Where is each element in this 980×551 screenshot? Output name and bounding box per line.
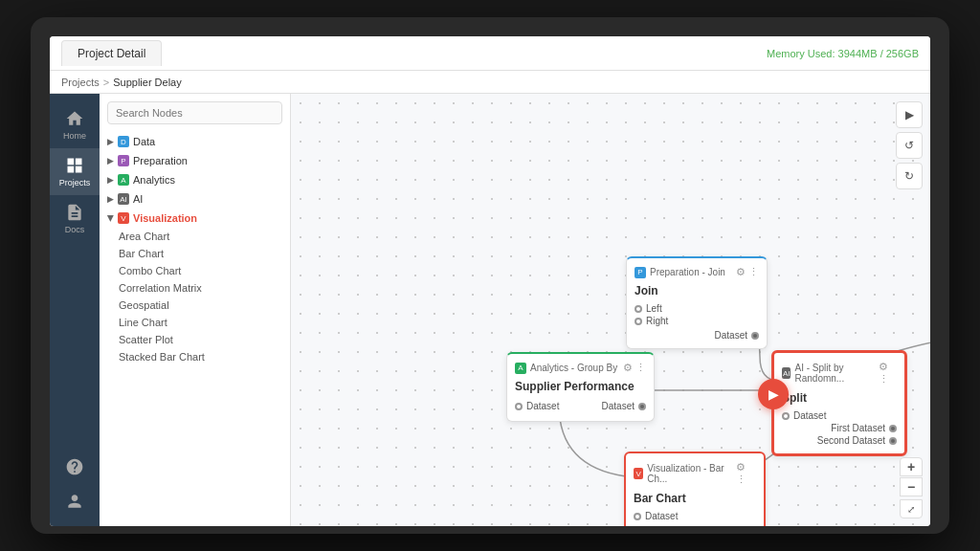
canvas-zoom: + − ⤢: [900, 457, 923, 518]
node-viz-port: Dataset: [634, 511, 756, 521]
port-split-in-label: Dataset: [793, 410, 826, 421]
expand-button[interactable]: ⤢: [900, 499, 923, 518]
node-supplier-performance[interactable]: A Analytics - Group By ⚙ ⋮ Supplier Perf…: [506, 352, 655, 422]
port-right-label: Right: [646, 316, 668, 326]
zoom-in-button[interactable]: +: [900, 457, 923, 476]
sidebar-bottom: [50, 450, 100, 526]
node-viz-actions[interactable]: ⚙ ⋮: [736, 461, 756, 486]
viz-item-stacked-bar-chart[interactable]: Stacked Bar Chart: [100, 348, 290, 365]
panel-sidebar: ▶ D Data ▶ P Preparation ▶ A Analytics: [100, 94, 291, 526]
play-button[interactable]: ▶: [758, 379, 789, 409]
top-bar: Project Detail Memory Used: 3944MB / 256…: [50, 36, 930, 71]
viz-item-combo-chart[interactable]: Combo Chart: [100, 262, 290, 279]
port-supplier-in-label: Dataset: [526, 401, 559, 411]
node-supplier-header: A Analytics - Group By ⚙ ⋮: [515, 362, 646, 374]
search-input[interactable]: [107, 101, 282, 124]
sidebar-item-home[interactable]: Home: [50, 101, 100, 148]
port-second-label: Second Dataset: [817, 435, 885, 446]
viz-icon: V: [118, 212, 129, 224]
main-layout: Home Projects Docs: [50, 94, 930, 526]
sidebar-item-help[interactable]: [50, 450, 100, 484]
viz-item-line-chart[interactable]: Line Chart: [100, 314, 290, 331]
port-supplier-out-dot: [638, 403, 646, 410]
viz-item-area-chart[interactable]: Area Chart: [100, 228, 290, 245]
port-dataset-dot: [751, 332, 759, 340]
data-label: Data: [133, 136, 155, 147]
viz-item-bar-chart[interactable]: Bar Chart: [100, 245, 290, 262]
home-label: Home: [63, 131, 86, 141]
connections-svg: [291, 94, 930, 526]
node-supplier-type-icon: A: [515, 363, 526, 374]
port-viz-in-dot: [634, 513, 641, 520]
viz-item-correlation-matrix[interactable]: Correlation Matrix: [100, 279, 290, 297]
undo-button[interactable]: ↺: [896, 132, 923, 159]
node-viz-header: V Visualization - Bar Ch... ⚙ ⋮: [634, 461, 756, 486]
node-split-actions[interactable]: ⚙ ⋮: [879, 361, 897, 386]
redo-button[interactable]: ↻: [896, 163, 923, 189]
tree-item-visualization[interactable]: ▶ V Visualization: [100, 209, 290, 228]
project-detail-tab[interactable]: Project Detail: [61, 40, 162, 66]
port-second-dot: [889, 437, 897, 445]
sidebar-item-docs[interactable]: Docs: [50, 195, 100, 242]
port-left-label: Left: [646, 303, 662, 314]
memory-info: Memory Used: 3944MB / 256GB: [767, 48, 919, 59]
node-supplier-actions[interactable]: ⚙ ⋮: [623, 362, 646, 374]
docs-label: Docs: [65, 225, 85, 234]
ai-label: AI: [133, 193, 143, 205]
screen: Project Detail Memory Used: 3944MB / 256…: [50, 36, 930, 526]
node-join-port-left: Left: [635, 303, 759, 314]
breadcrumb-separator: >: [103, 77, 109, 88]
tree-item-data[interactable]: ▶ D Data: [100, 132, 290, 151]
node-viz-type-icon: V: [634, 468, 643, 479]
run-button[interactable]: ▶: [896, 101, 923, 128]
data-icon: D: [118, 136, 129, 147]
analytics-label: Analytics: [133, 174, 175, 186]
tree-arrow-prep: ▶: [107, 156, 114, 165]
tree-arrow-data: ▶: [107, 137, 114, 146]
zoom-out-button[interactable]: −: [900, 477, 923, 496]
port-left-dot: [635, 305, 642, 313]
tree-arrow-ai: ▶: [107, 194, 114, 204]
node-split-title: Split: [782, 391, 897, 405]
tree-item-preparation[interactable]: ▶ P Preparation: [100, 151, 290, 170]
node-viz-title: Bar Chart: [634, 492, 756, 505]
port-supplier-out-label: Dataset: [602, 401, 635, 411]
port-viz-in-label: Dataset: [645, 511, 678, 521]
viz-item-scatter-plot[interactable]: Scatter Plot: [100, 331, 290, 348]
projects-label: Projects: [59, 178, 91, 187]
node-split-type-icon: AI: [782, 367, 791, 379]
canvas-area[interactable]: P Preparation - Join ⚙ ⋮ Join Left Right: [291, 94, 930, 526]
port-first-label: First Dataset: [831, 423, 885, 433]
port-split-in-dot: [782, 412, 790, 420]
analytics-icon: A: [118, 174, 129, 186]
tree-arrow-viz: ▶: [106, 215, 116, 222]
node-viz-type-label: Visualization - Bar Ch...: [647, 463, 732, 484]
node-supplier-type-label: Analytics - Group By: [530, 363, 617, 373]
sidebar-item-user[interactable]: [50, 484, 100, 518]
sidebar-item-projects[interactable]: Projects: [50, 148, 100, 195]
node-join-actions[interactable]: ⚙ ⋮: [736, 266, 759, 278]
node-join-port-right: Right: [635, 316, 759, 326]
node-join-type-icon: P: [635, 267, 646, 278]
breadcrumb: Projects > Supplier Delay: [50, 71, 930, 94]
viz-item-geospatial[interactable]: Geospatial: [100, 297, 290, 314]
node-split[interactable]: AI AI - Split by Randomn... ⚙ ⋮ Split Da…: [771, 350, 907, 456]
node-join-title: Join: [635, 284, 759, 298]
node-bar-chart[interactable]: V Visualization - Bar Ch... ⚙ ⋮ Bar Char…: [624, 452, 766, 526]
node-join-header: P Preparation - Join ⚙ ⋮: [635, 266, 759, 278]
node-split-header: AI AI - Split by Randomn... ⚙ ⋮: [782, 361, 897, 386]
node-join-type-label: Preparation - Join: [650, 267, 725, 277]
breadcrumb-current: Supplier Delay: [113, 77, 182, 88]
node-join[interactable]: P Preparation - Join ⚙ ⋮ Join Left Right: [626, 256, 768, 349]
port-supplier-in: [515, 403, 523, 410]
prep-label: Preparation: [133, 155, 188, 166]
viz-label: Visualization: [133, 212, 197, 224]
port-dataset-label: Dataset: [715, 330, 747, 341]
icon-sidebar: Home Projects Docs: [50, 94, 100, 526]
node-split-port-in: Dataset: [782, 410, 897, 421]
port-first-dot: [889, 425, 897, 432]
tree-item-analytics[interactable]: ▶ A Analytics: [100, 170, 290, 189]
breadcrumb-root[interactable]: Projects: [61, 77, 100, 88]
ai-icon: AI: [118, 193, 129, 205]
tree-item-ai[interactable]: ▶ AI AI: [100, 189, 290, 209]
